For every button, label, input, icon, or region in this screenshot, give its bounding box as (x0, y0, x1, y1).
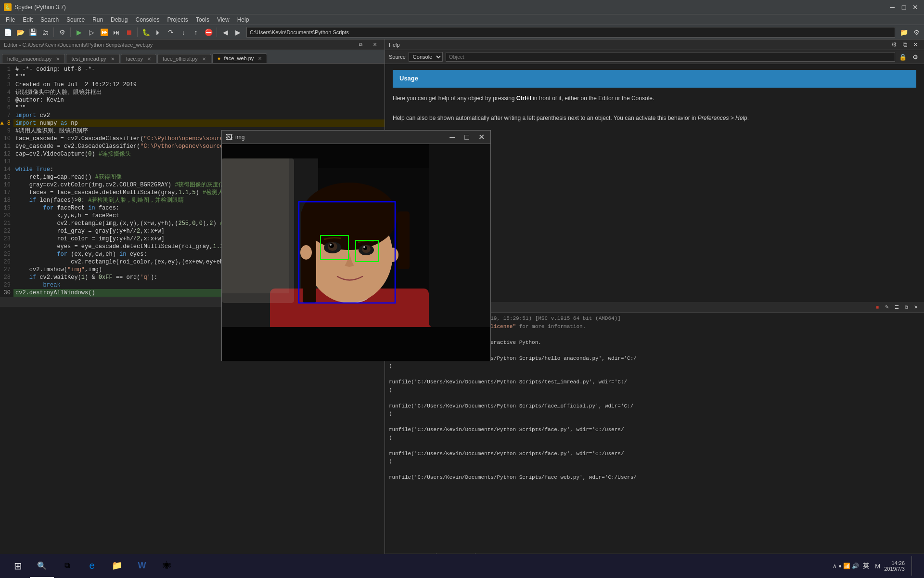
language-indicator[interactable]: 英 (863, 562, 869, 570)
img-minimize-btn[interactable]: ─ (447, 132, 458, 143)
console-settings-btn[interactable]: ✎ (883, 303, 891, 312)
close-tab-face-web[interactable]: ✕ (258, 56, 262, 61)
debug-btn[interactable]: 🐛 (140, 26, 152, 38)
taskbar: ⊞ 🔍 ⧉ e 📁 W 🕷 ∧ ♦ 📶 🔊 英 M 14:26 2019/7/3 (0, 554, 924, 578)
console-line: ) (389, 386, 920, 394)
help-icon-buttons: ⚙ ⧉ ✕ (889, 40, 920, 50)
console-line (389, 418, 920, 426)
editor-close-btn[interactable]: ✕ (369, 39, 381, 51)
editor-tab-bar: hello_anaconda.py ✕ test_imread.py ✕ fac… (0, 50, 385, 64)
console-line (389, 442, 920, 450)
taskbar-edge[interactable]: e (80, 554, 104, 578)
tab-test-imread[interactable]: test_imread.py ✕ (66, 54, 119, 63)
help-float-btn[interactable]: ⧉ (900, 40, 910, 50)
run-cell-btn[interactable]: ▷ (86, 26, 97, 38)
close-tab-hello[interactable]: ✕ (56, 56, 60, 62)
help-object-input[interactable] (446, 52, 895, 62)
tab-face-web[interactable]: ● face_web.py ✕ (212, 53, 268, 63)
step-btn[interactable]: ↷ (165, 26, 177, 38)
taskbar-items: 🔍 ⧉ e 📁 W 🕷 (30, 554, 829, 578)
taskbar-search[interactable]: 🔍 (30, 554, 54, 578)
help-source-dropdown[interactable]: Console Editor (409, 52, 443, 62)
help-options-btn[interactable]: ⚙ (911, 52, 920, 62)
code-line-8: ▲ 8 import numpy as np (0, 119, 385, 127)
menu-projects[interactable]: Projects (164, 15, 192, 24)
console-stop-btn[interactable]: ■ (873, 303, 882, 312)
editor-path: Editor - C:\Users\Kevin\Documents\Python… (4, 42, 153, 48)
open-btn[interactable]: 📂 (14, 26, 26, 38)
continue-btn[interactable]: ⏵ (153, 26, 164, 38)
menu-debug[interactable]: Debug (107, 15, 131, 24)
forward-btn[interactable]: ▶ (232, 26, 244, 38)
help-close-btn[interactable]: ✕ (911, 40, 920, 50)
run-btn[interactable]: ▶ (73, 26, 85, 38)
run-select-btn[interactable]: ⏭ (111, 26, 122, 38)
menu-file[interactable]: File (2, 15, 19, 24)
start-button[interactable]: ⊞ (6, 554, 30, 578)
toolbar: 📄 📂 💾 🗂 ⚙ ▶ ▷ ⏩ ⏭ ⏹ 🐛 ⏵ ↷ ↓ ↑ ⛔ ◀ ▶ C:\U… (0, 25, 924, 39)
console-line: runfile('C:/Users/Kevin/Documents/Python… (389, 402, 920, 410)
help-controls: Source Console Editor 🔒 ⚙ (385, 50, 924, 64)
svg-point-21 (363, 246, 365, 248)
maximize-btn[interactable]: □ (899, 2, 909, 12)
img-restore-btn[interactable]: □ (462, 132, 472, 143)
step-into-btn[interactable]: ↓ (178, 26, 189, 38)
console-line: runfile('C:/Users/Kevin/Documents/Python… (389, 473, 920, 482)
taskbar-taskview[interactable]: ⧉ (55, 554, 79, 578)
help-settings-btn[interactable]: ⚙ (889, 40, 899, 50)
code-line-1: 1 # -*- coding: utf-8 -*- (0, 66, 385, 73)
img-close-btn[interactable]: ✕ (476, 132, 487, 143)
menu-search[interactable]: Search (37, 15, 63, 24)
title-bar: 🐍 Spyder (Python 3.7) ─ □ ✕ (0, 0, 924, 14)
save-all-btn[interactable]: 🗂 (39, 26, 51, 38)
menu-help[interactable]: Help (233, 15, 253, 24)
face-detection-svg (222, 144, 490, 361)
back-btn[interactable]: ◀ (219, 26, 231, 38)
console-close-btn[interactable]: ✕ (911, 303, 920, 312)
stop-debug-btn[interactable]: ⛔ (203, 26, 214, 38)
chinese-input[interactable]: M (875, 563, 880, 570)
tab-face-official[interactable]: face_official.py ✕ (157, 54, 211, 63)
code-line-2: 2 """ (0, 73, 385, 81)
path-input[interactable]: C:\Users\Kevin\Documents\Python Scripts (246, 27, 895, 38)
stop-btn[interactable]: ⏹ (123, 26, 135, 38)
menu-edit[interactable]: Edit (19, 15, 37, 24)
options-btn[interactable]: ⚙ (911, 26, 922, 38)
menu-source[interactable]: Source (63, 15, 89, 24)
step-out-btn[interactable]: ↑ (190, 26, 202, 38)
console-line: ) (389, 458, 920, 466)
console-options-btn[interactable]: ☰ (892, 303, 901, 312)
minimize-btn[interactable]: ─ (887, 2, 897, 12)
taskbar-system-tray: ∧ ♦ 📶 🔊 英 M 14:26 2019/7/3 (829, 556, 918, 576)
tab-face[interactable]: face.py ✕ (121, 54, 157, 63)
close-tab-face[interactable]: ✕ (147, 56, 151, 62)
console-line: ) (389, 362, 920, 370)
taskbar-spyder[interactable]: 🕷 (155, 554, 179, 578)
menu-consoles[interactable]: Consoles (131, 15, 163, 24)
code-line-5: 5 @author: Kevin (0, 96, 385, 104)
help-lock-btn[interactable]: 🔒 (898, 52, 908, 62)
preferences-btn[interactable]: ⚙ (56, 26, 68, 38)
tab-hello-anaconda[interactable]: hello_anaconda.py ✕ (2, 54, 65, 63)
new-file-btn[interactable]: 📄 (2, 26, 13, 38)
img-window-titlebar: 🖼 img ─ □ ✕ (222, 131, 490, 144)
run-cell-advance-btn[interactable]: ⏩ (98, 26, 110, 38)
img-window-title: img (235, 134, 244, 141)
taskbar-word[interactable]: W (130, 554, 154, 578)
show-desktop-btn[interactable] (911, 556, 914, 576)
sep2 (70, 27, 71, 37)
taskbar-explorer[interactable]: 📁 (105, 554, 129, 578)
menu-tools[interactable]: Tools (192, 15, 213, 24)
close-tab-face-official[interactable]: ✕ (202, 56, 206, 62)
close-btn[interactable]: ✕ (911, 2, 920, 12)
console-float-btn[interactable]: ⧉ (902, 303, 911, 312)
menu-view[interactable]: View (213, 15, 233, 24)
menu-run[interactable]: Run (89, 15, 107, 24)
browse-btn[interactable]: 📁 (898, 26, 910, 38)
clock-date: 2019/7/3 (884, 566, 905, 572)
img-window-icon: 🖼 (226, 133, 232, 141)
close-tab-test[interactable]: ✕ (111, 56, 115, 62)
console-line: ) (389, 410, 920, 418)
editor-float-btn[interactable]: ⧉ (355, 39, 366, 51)
save-btn[interactable]: 💾 (27, 26, 38, 38)
